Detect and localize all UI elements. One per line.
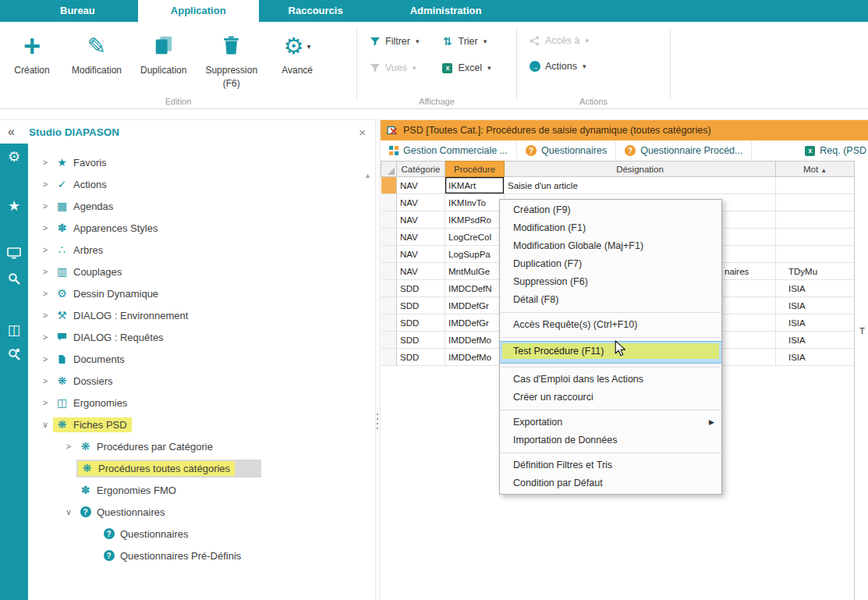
menu-item-detail-f8[interactable]: Détail (F8)	[500, 291, 721, 309]
monitor-icon[interactable]	[0, 247, 28, 259]
menu-item-duplication-f7[interactable]: Duplication (F7)	[500, 255, 721, 273]
ribbon-tab-administration[interactable]: Administration	[373, 0, 519, 22]
close-icon[interactable]: ×	[359, 126, 366, 139]
menu-item-exportation[interactable]: Exportation▶	[500, 414, 721, 431]
acces-a-button[interactable]: Accès à▾	[528, 35, 589, 46]
row-selector[interactable]	[381, 263, 397, 280]
row-selector[interactable]	[381, 332, 397, 349]
column-header-procedure[interactable]: Procédure	[445, 162, 505, 177]
row-selector[interactable]	[381, 211, 397, 229]
chevron-right-icon[interactable]: >	[37, 223, 53, 233]
chevron-right-icon[interactable]: >	[37, 311, 53, 320]
tree-item-apparences-styles[interactable]: >✽Apparences Styles	[28, 217, 375, 239]
dropdown-caret-icon[interactable]: ▾	[585, 37, 589, 44]
column-header-mot[interactable]: Mot▲	[776, 162, 855, 177]
search-icon[interactable]	[0, 272, 28, 285]
dropdown-caret-icon[interactable]: ▾	[416, 37, 420, 45]
excel-button[interactable]: xExcel▾	[441, 62, 491, 73]
scroll-up-icon[interactable]: ▲	[364, 172, 371, 179]
search-plus-icon[interactable]	[0, 348, 28, 360]
ribbon-tab-raccourcis[interactable]: Raccourcis	[259, 0, 373, 22]
columns-icon[interactable]: ◫	[0, 323, 28, 337]
tree-item-dialog-environnement[interactable]: >⚒DIALOG : Environnement	[28, 304, 375, 326]
tree-item-procedures-par-categorie[interactable]: >❋Procédures par Catégorie	[28, 435, 375, 457]
row-selector[interactable]	[381, 280, 397, 297]
tree-item-agendas[interactable]: >▦Agendas	[28, 195, 375, 217]
chevron-right-icon[interactable]: >	[37, 267, 53, 276]
menu-item-creation-f9[interactable]: Création (F9)	[500, 201, 721, 219]
menu-item-creer-un-raccourci[interactable]: Créer un raccourci	[500, 389, 721, 407]
menu-item-test-procedure-f11[interactable]: Test Procédure (F11)	[500, 341, 721, 364]
tab-req-psd[interactable]: xReq. (PSD	[796, 140, 868, 161]
chevron-right-icon[interactable]: >	[37, 332, 53, 342]
menu-item-modification-f1[interactable]: Modification (F1)	[500, 219, 721, 237]
chevron-right-icon[interactable]: >	[37, 245, 53, 254]
tree-item-couplages[interactable]: >▥Couplages	[28, 261, 375, 282]
trier-button[interactable]: ⇅Trier▾	[441, 35, 491, 48]
column-header-categorie[interactable]: Catégorie	[397, 162, 445, 177]
tree-item-dessin-dynamique[interactable]: >⚙Dessin Dynamique	[28, 282, 375, 304]
menu-item-importation-de-donnees[interactable]: Importation de Données	[500, 431, 721, 449]
chevron-down-icon[interactable]: ∨	[37, 420, 53, 430]
tab-questionnaire-proced[interactable]: ?Questionnaire Procéd...	[616, 140, 752, 161]
tree-item-arbres[interactable]: >∴Arbres	[28, 239, 375, 261]
chevron-right-icon[interactable]: >	[37, 398, 53, 407]
tab-gestion-commerciale[interactable]: Gestion Commerciale ...	[381, 140, 517, 161]
tree-item-ergonomies[interactable]: >◫Ergonomies	[28, 392, 375, 414]
dropdown-caret-icon[interactable]: ▾	[583, 62, 586, 70]
tree-item-dossiers[interactable]: >❋Dossiers	[28, 370, 375, 392]
chevron-down-icon[interactable]: ∨	[61, 507, 76, 517]
row-selector[interactable]	[381, 177, 397, 194]
select-all-corner[interactable]	[381, 162, 397, 177]
menu-item-condition-par-defaut[interactable]: Condition par Défaut	[500, 474, 721, 492]
tab-questionnaires[interactable]: ?Questionnaires	[517, 140, 616, 161]
dropdown-caret-icon[interactable]: ▾	[484, 37, 487, 45]
chevron-right-icon[interactable]: >	[37, 289, 53, 298]
ribbon-tab-application[interactable]: Application	[138, 0, 259, 22]
tree-item-questionnaires[interactable]: ?Questionnaires	[28, 523, 375, 545]
tree-item-questionnaires[interactable]: ∨?Questionnaires	[28, 501, 375, 523]
menu-item-suppression-f6[interactable]: Suppression (F6)	[500, 273, 721, 291]
tree-item-documents[interactable]: >Documents	[28, 348, 375, 370]
column-header-designation[interactable]: Désignation	[505, 162, 776, 177]
tree-item-dialog-requetes[interactable]: >DIALOG : Requêtes	[28, 326, 375, 348]
filtrer-button[interactable]: Filtrer▾	[368, 35, 419, 48]
dropdown-caret-icon[interactable]: ▾	[413, 64, 416, 72]
tree-item-actions[interactable]: >✓Actions	[28, 173, 375, 195]
chevron-right-icon[interactable]: >	[37, 376, 53, 385]
star-icon[interactable]: ★	[0, 199, 28, 213]
tree-item-questionnaires-pre-definis[interactable]: ?Questionnaires Pré-Définis	[28, 545, 375, 566]
table-row[interactable]: NAVIKMArtSaisie d'un article	[381, 177, 855, 194]
chevron-right-icon[interactable]: >	[37, 158, 53, 167]
vues-button[interactable]: Vues▾	[368, 62, 419, 73]
tree-item-procedures-toutes-categories[interactable]: ❋Procédures toutes catégories	[28, 457, 375, 479]
dropdown-caret-icon[interactable]: ▾	[487, 64, 491, 72]
avance-button[interactable]: ⚙▾Avancé	[276, 29, 318, 76]
panel-splitter[interactable]	[375, 119, 381, 600]
row-selector[interactable]	[381, 349, 397, 366]
dropdown-caret-icon[interactable]: ▾	[307, 42, 311, 51]
tree-item-favoris[interactable]: >★Favoris	[28, 151, 375, 173]
gear-icon[interactable]: ⚙	[0, 150, 28, 164]
row-selector[interactable]	[381, 297, 397, 314]
duplication-button[interactable]: Duplication	[140, 29, 186, 76]
tree-item-fiches-psd[interactable]: ∨❋Fiches PSD	[28, 414, 375, 435]
collapse-panel-icon[interactable]: «	[8, 125, 15, 139]
creation-button[interactable]: +Création	[11, 29, 53, 76]
menu-item-acces-requete-s-ctrl-f10[interactable]: Accès Requête(s) (Ctrl+F10)	[500, 316, 721, 334]
row-selector[interactable]	[381, 229, 397, 246]
chevron-right-icon[interactable]: >	[61, 442, 76, 451]
chevron-right-icon[interactable]: >	[37, 201, 53, 211]
menu-item-definition-filtres-et-tris[interactable]: Définition Filtres et Tris	[500, 456, 721, 474]
tree-item-ergonomies-fmo[interactable]: ✽Ergonomies FMO	[28, 479, 375, 501]
row-selector[interactable]	[381, 314, 397, 332]
chevron-right-icon[interactable]: >	[37, 179, 53, 189]
row-selector[interactable]	[381, 194, 397, 211]
ribbon-tab-bureau[interactable]: Bureau	[17, 0, 138, 22]
actions-button[interactable]: →Actions▾	[528, 61, 589, 72]
chevron-right-icon[interactable]: >	[37, 354, 53, 364]
menu-item-cas-d-emploi-dans-les-actions[interactable]: Cas d'Emploi dans les Actions	[500, 371, 721, 389]
modification-button[interactable]: ✎Modification	[72, 29, 122, 76]
menu-item-modification-globale-maj-f1[interactable]: Modification Globale (Maj+F1)	[500, 237, 721, 255]
suppression-button[interactable]: Suppression(F6)	[205, 29, 257, 90]
